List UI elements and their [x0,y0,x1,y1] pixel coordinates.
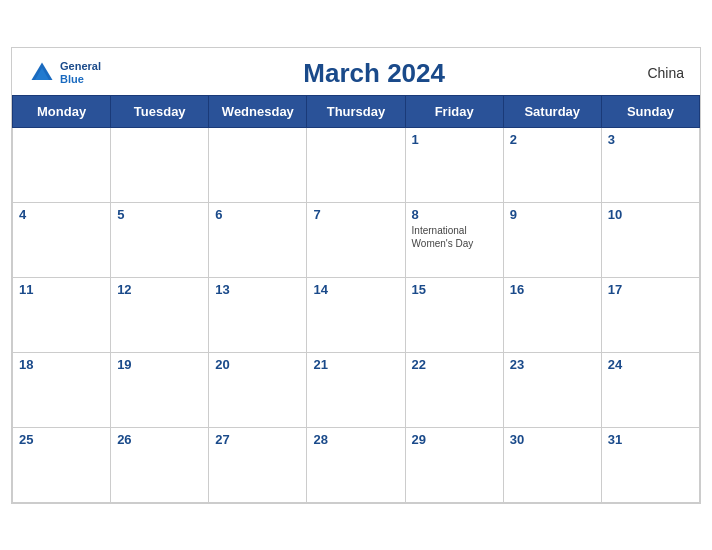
calendar-cell: 19 [111,352,209,427]
calendar-cell: 4 [13,202,111,277]
day-number: 21 [313,357,398,372]
calendar-cell: 8International Women's Day [405,202,503,277]
day-number: 12 [117,282,202,297]
day-number: 1 [412,132,497,147]
logo-text: General Blue [60,60,101,86]
logo-icon [28,59,56,87]
calendar-cell: 25 [13,427,111,502]
day-header-wednesday: Wednesday [209,95,307,127]
country-label: China [647,65,684,81]
day-number: 26 [117,432,202,447]
calendar-table: MondayTuesdayWednesdayThursdayFridaySatu… [12,95,700,503]
day-number: 31 [608,432,693,447]
day-number: 5 [117,207,202,222]
week-row-4: 18192021222324 [13,352,700,427]
day-header-monday: Monday [13,95,111,127]
calendar-cell: 24 [601,352,699,427]
calendar-cell: 9 [503,202,601,277]
day-number: 19 [117,357,202,372]
day-header-friday: Friday [405,95,503,127]
calendar-cell: 16 [503,277,601,352]
week-row-3: 11121314151617 [13,277,700,352]
calendar-cell: 1 [405,127,503,202]
day-header-tuesday: Tuesday [111,95,209,127]
calendar-cell: 22 [405,352,503,427]
week-row-2: 45678International Women's Day910 [13,202,700,277]
day-number: 17 [608,282,693,297]
calendar-cell: 12 [111,277,209,352]
day-number: 13 [215,282,300,297]
calendar-cell: 13 [209,277,307,352]
day-number: 4 [19,207,104,222]
day-number: 11 [19,282,104,297]
day-number: 30 [510,432,595,447]
calendar-cell: 6 [209,202,307,277]
calendar-cell: 28 [307,427,405,502]
day-number: 25 [19,432,104,447]
day-headers-row: MondayTuesdayWednesdayThursdayFridaySatu… [13,95,700,127]
calendar-header: General Blue March 2024 China [12,48,700,95]
day-number: 22 [412,357,497,372]
calendar: General Blue March 2024 China MondayTues… [11,47,701,504]
calendar-cell: 10 [601,202,699,277]
day-number: 29 [412,432,497,447]
day-number: 24 [608,357,693,372]
day-number: 2 [510,132,595,147]
day-number: 27 [215,432,300,447]
calendar-cell: 7 [307,202,405,277]
day-header-thursday: Thursday [307,95,405,127]
day-number: 20 [215,357,300,372]
calendar-cell: 20 [209,352,307,427]
day-number: 6 [215,207,300,222]
calendar-title: March 2024 [303,58,445,89]
calendar-cell: 14 [307,277,405,352]
day-number: 8 [412,207,497,222]
calendar-cell: 15 [405,277,503,352]
calendar-cell: 29 [405,427,503,502]
day-number: 10 [608,207,693,222]
calendar-cell: 11 [13,277,111,352]
day-number: 14 [313,282,398,297]
calendar-cell: 18 [13,352,111,427]
day-number: 18 [19,357,104,372]
calendar-cell [209,127,307,202]
day-number: 28 [313,432,398,447]
day-number: 15 [412,282,497,297]
calendar-cell: 3 [601,127,699,202]
calendar-cell [13,127,111,202]
calendar-cell [111,127,209,202]
calendar-cell: 5 [111,202,209,277]
calendar-cell: 23 [503,352,601,427]
logo: General Blue [28,59,101,87]
day-header-sunday: Sunday [601,95,699,127]
calendar-cell: 17 [601,277,699,352]
calendar-cell: 21 [307,352,405,427]
calendar-cell: 30 [503,427,601,502]
calendar-cell: 26 [111,427,209,502]
calendar-cell: 31 [601,427,699,502]
day-header-saturday: Saturday [503,95,601,127]
day-number: 7 [313,207,398,222]
calendar-cell [307,127,405,202]
week-row-5: 25262728293031 [13,427,700,502]
calendar-cell: 27 [209,427,307,502]
day-number: 9 [510,207,595,222]
event-label: International Women's Day [412,224,497,250]
calendar-cell: 2 [503,127,601,202]
day-number: 23 [510,357,595,372]
day-number: 16 [510,282,595,297]
day-number: 3 [608,132,693,147]
week-row-1: 123 [13,127,700,202]
